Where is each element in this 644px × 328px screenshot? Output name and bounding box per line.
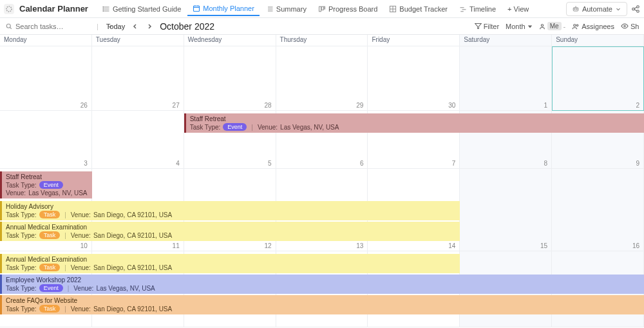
event-annual-medical[interactable]: Annual Medical Examination Task Type: Ta… <box>0 222 460 241</box>
robot-icon <box>572 5 580 13</box>
list-icon <box>102 5 110 13</box>
svg-line-31 <box>634 9 637 10</box>
pill-task: Task <box>39 231 61 239</box>
day-cell[interactable]: 29 <box>276 46 368 111</box>
event-employee-workshop[interactable]: Employee Workshop 2022 Task Type: Event … <box>0 275 644 294</box>
automate-label: Automate <box>582 5 612 13</box>
day-cell[interactable]: 16 <box>552 169 644 251</box>
automate-button[interactable]: Automate <box>566 2 627 16</box>
calendar-icon <box>193 5 200 12</box>
col-sat: Saturday <box>460 35 552 46</box>
event-staff-retreat[interactable]: Staff Retreat Task Type: Event | Venue: … <box>184 113 644 133</box>
event-title: Holiday Advisory <box>6 203 456 210</box>
event-meta: Task Type: Task | Venue: San Diego, CA 9… <box>6 211 456 218</box>
event-staff-retreat[interactable]: Staff Retreat Task Type: Event Venue: La… <box>0 171 92 198</box>
add-view-label: + View <box>507 5 529 13</box>
col-fri: Friday <box>368 35 460 46</box>
view-tab-budget-tracker[interactable]: Budget Tracker <box>384 3 453 15</box>
day-cell[interactable]: 4 <box>92 111 184 169</box>
col-sun: Sunday <box>552 35 644 46</box>
view-tab-timeline[interactable]: Timeline <box>454 3 501 15</box>
prev-period-button[interactable] <box>131 23 139 30</box>
event-title: Employee Workshop 2022 <box>6 276 640 284</box>
top-right: Automate <box>566 2 640 16</box>
pill-task: Task <box>39 305 61 313</box>
view-tab-label: Timeline <box>469 5 496 13</box>
caret-down-icon <box>527 24 533 29</box>
next-period-button[interactable] <box>146 23 153 30</box>
day-cell[interactable]: 1 <box>460 46 552 111</box>
event-title: Staff Retreat <box>190 115 640 122</box>
day-cell[interactable]: 3 <box>0 111 92 169</box>
view-tab-summary[interactable]: Summary <box>261 3 312 15</box>
filter-button[interactable]: Filter <box>475 23 499 30</box>
svg-rect-15 <box>321 6 323 10</box>
svg-point-37 <box>574 24 576 26</box>
event-create-faqs[interactable]: Create FAQs for Website Task Type: Task … <box>0 295 644 314</box>
week-row: 26 27 28 29 30 1 2 <box>0 46 644 111</box>
view-tab-label: Getting Started Guide <box>113 5 181 13</box>
search-input-wrap[interactable] <box>5 23 89 30</box>
day-cell[interactable]: 27 <box>92 46 184 111</box>
svg-line-33 <box>10 27 12 28</box>
col-thu: Thursday <box>276 35 368 46</box>
pill-task: Task <box>39 211 61 218</box>
assignees-button[interactable]: Assignees <box>572 23 614 30</box>
svg-point-38 <box>576 24 578 26</box>
toolbar: | Today October 2022 Filter Month Me- As… <box>0 18 644 35</box>
search-icon <box>5 23 13 30</box>
view-tab-label: Summary <box>276 5 307 13</box>
day-cell[interactable]: 30 <box>368 46 460 111</box>
table-name: Calendar Planner <box>19 4 88 14</box>
event-title: Create FAQs for Website <box>6 297 640 304</box>
eye-icon <box>621 23 629 29</box>
filter-icon <box>475 23 482 30</box>
view-tab-label: Budget Tracker <box>399 5 448 13</box>
day-cell[interactable]: 15 <box>460 169 552 251</box>
share-icon[interactable] <box>631 5 640 14</box>
day-cell[interactable]: 26 <box>0 46 92 111</box>
chevron-down-icon <box>615 6 621 12</box>
board-icon <box>318 5 326 13</box>
view-tabs: Getting Started Guide Monthly Planner Su… <box>97 2 534 16</box>
pill-event: Event <box>223 123 247 131</box>
svg-point-39 <box>624 25 626 27</box>
svg-marker-35 <box>527 25 531 28</box>
svg-rect-14 <box>319 6 321 12</box>
today-button[interactable]: Today <box>106 23 125 30</box>
svg-rect-16 <box>324 6 325 9</box>
event-meta: Task Type: Event <box>6 181 88 189</box>
col-mon: Monday <box>0 35 92 46</box>
svg-marker-34 <box>475 24 480 29</box>
day-cell-today[interactable]: 2 <box>552 46 644 111</box>
view-tab-monthly-planner[interactable]: Monthly Planner <box>187 2 260 16</box>
event-holiday-advisory[interactable]: Holiday Advisory Task Type: Task | Venue… <box>0 201 460 220</box>
svg-point-4 <box>103 6 104 7</box>
me-filter[interactable]: Me- <box>539 22 566 30</box>
svg-point-6 <box>103 10 104 11</box>
search-input[interactable] <box>15 23 104 30</box>
week-row: 3 4 5 6 7 8 9 Staff Retreat Task Type: E… <box>0 111 644 169</box>
person-icon <box>539 23 545 30</box>
event-meta: Task Type: Event | Venue: Las Vegas, NV,… <box>190 123 640 131</box>
pill-event: Event <box>39 181 63 189</box>
top-bar: Calendar Planner Getting Started Guide M… <box>0 0 644 18</box>
scale-select[interactable]: Month <box>506 23 533 30</box>
week-row: 10 11 12 13 14 15 16 Staff Retreat Task … <box>0 169 644 251</box>
svg-point-32 <box>6 24 10 28</box>
view-tab-label: Monthly Planner <box>203 5 254 12</box>
day-cell[interactable]: 28 <box>184 46 276 111</box>
show-button[interactable]: Show <box>621 23 639 30</box>
timeline-icon <box>459 5 467 13</box>
add-view-button[interactable]: + View <box>502 3 534 15</box>
view-tab-getting-started[interactable]: Getting Started Guide <box>97 3 186 15</box>
event-title: Staff Retreat <box>6 173 88 180</box>
list-icon <box>266 5 274 13</box>
svg-line-30 <box>634 7 637 8</box>
grid-icon <box>389 5 397 13</box>
view-tab-progress-board[interactable]: Progress Board <box>313 3 383 15</box>
svg-point-28 <box>637 5 639 8</box>
event-title: Annual Medical Examination <box>6 224 456 231</box>
svg-point-25 <box>576 8 578 10</box>
event-annual-medical[interactable]: Annual Medical Examination Task Type: Ta… <box>0 254 460 273</box>
